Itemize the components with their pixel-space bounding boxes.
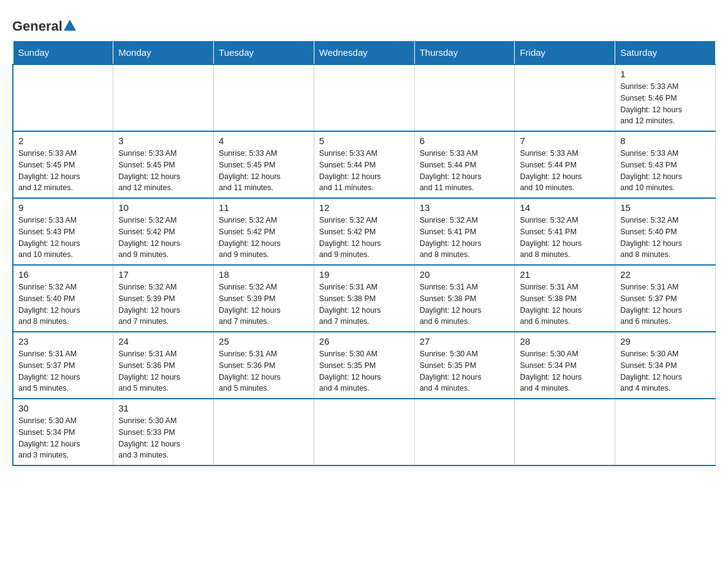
logo-general-text: General — [12, 18, 63, 34]
day-info: Sunrise: 5:30 AM Sunset: 5:35 PM Dayligh… — [420, 348, 510, 394]
day-info: Sunrise: 5:33 AM Sunset: 5:44 PM Dayligh… — [319, 148, 409, 194]
calendar-cell: 9Sunrise: 5:33 AM Sunset: 5:43 PM Daylig… — [13, 198, 113, 265]
calendar-cell: 11Sunrise: 5:32 AM Sunset: 5:42 PM Dayli… — [214, 198, 314, 265]
day-number: 5 — [319, 136, 409, 146]
day-number: 28 — [520, 336, 610, 347]
day-number: 24 — [118, 336, 208, 347]
day-number: 16 — [18, 269, 108, 280]
calendar-week-row: 16Sunrise: 5:32 AM Sunset: 5:40 PM Dayli… — [13, 265, 716, 332]
calendar-cell: 26Sunrise: 5:30 AM Sunset: 5:35 PM Dayli… — [314, 332, 414, 399]
day-info: Sunrise: 5:31 AM Sunset: 5:38 PM Dayligh… — [420, 282, 510, 327]
day-number: 19 — [319, 269, 409, 280]
day-number: 15 — [620, 202, 710, 213]
day-info: Sunrise: 5:33 AM Sunset: 5:45 PM Dayligh… — [18, 148, 108, 194]
day-info: Sunrise: 5:32 AM Sunset: 5:42 PM Dayligh… — [118, 215, 208, 261]
calendar-cell — [214, 399, 314, 465]
calendar-week-row: 1Sunrise: 5:33 AM Sunset: 5:46 PM Daylig… — [13, 64, 716, 131]
calendar-cell: 18Sunrise: 5:32 AM Sunset: 5:39 PM Dayli… — [214, 265, 314, 332]
calendar-header-sunday: Sunday — [13, 41, 113, 65]
calendar-header-saturday: Saturday — [615, 41, 716, 65]
calendar-cell: 30Sunrise: 5:30 AM Sunset: 5:34 PM Dayli… — [13, 399, 113, 465]
day-number: 3 — [118, 136, 208, 146]
logo-triangle-icon — [64, 20, 76, 31]
calendar-header-monday: Monday — [113, 41, 214, 65]
day-number: 6 — [420, 136, 510, 146]
day-info: Sunrise: 5:31 AM Sunset: 5:37 PM Dayligh… — [18, 348, 108, 394]
calendar-cell: 24Sunrise: 5:31 AM Sunset: 5:36 PM Dayli… — [113, 332, 214, 399]
day-info: Sunrise: 5:30 AM Sunset: 5:34 PM Dayligh… — [520, 348, 610, 394]
calendar-table: SundayMondayTuesdayWednesdayThursdayFrid… — [12, 40, 716, 466]
day-info: Sunrise: 5:32 AM Sunset: 5:41 PM Dayligh… — [520, 215, 610, 261]
calendar-header-friday: Friday — [515, 41, 615, 65]
calendar-header-tuesday: Tuesday — [214, 41, 314, 65]
day-info: Sunrise: 5:32 AM Sunset: 5:39 PM Dayligh… — [118, 282, 208, 327]
calendar-cell: 4Sunrise: 5:33 AM Sunset: 5:45 PM Daylig… — [214, 131, 314, 198]
day-number: 22 — [620, 269, 710, 280]
calendar-cell — [615, 399, 716, 465]
day-info: Sunrise: 5:33 AM Sunset: 5:45 PM Dayligh… — [118, 148, 208, 194]
calendar-cell: 7Sunrise: 5:33 AM Sunset: 5:44 PM Daylig… — [515, 131, 615, 198]
day-info: Sunrise: 5:32 AM Sunset: 5:40 PM Dayligh… — [18, 282, 108, 327]
day-info: Sunrise: 5:32 AM Sunset: 5:42 PM Dayligh… — [319, 215, 409, 261]
calendar-cell — [113, 64, 214, 131]
calendar-week-row: 30Sunrise: 5:30 AM Sunset: 5:34 PM Dayli… — [13, 399, 716, 465]
page-header: General — [12, 12, 716, 34]
day-number: 30 — [18, 403, 108, 413]
calendar-cell: 20Sunrise: 5:31 AM Sunset: 5:38 PM Dayli… — [414, 265, 515, 332]
day-number: 7 — [520, 136, 610, 146]
day-info: Sunrise: 5:30 AM Sunset: 5:34 PM Dayligh… — [18, 415, 108, 461]
calendar-cell — [414, 399, 515, 465]
calendar-cell: 28Sunrise: 5:30 AM Sunset: 5:34 PM Dayli… — [515, 332, 615, 399]
calendar-week-row: 23Sunrise: 5:31 AM Sunset: 5:37 PM Dayli… — [13, 332, 716, 399]
logo: General — [12, 18, 76, 34]
day-number: 8 — [620, 136, 710, 146]
day-info: Sunrise: 5:30 AM Sunset: 5:33 PM Dayligh… — [118, 415, 208, 461]
calendar-cell: 21Sunrise: 5:31 AM Sunset: 5:38 PM Dayli… — [515, 265, 615, 332]
calendar-cell — [515, 64, 615, 131]
day-info: Sunrise: 5:33 AM Sunset: 5:44 PM Dayligh… — [520, 148, 610, 194]
calendar-header-wednesday: Wednesday — [314, 41, 414, 65]
day-number: 10 — [118, 202, 208, 213]
calendar-cell: 31Sunrise: 5:30 AM Sunset: 5:33 PM Dayli… — [113, 399, 214, 465]
calendar-cell — [515, 399, 615, 465]
day-number: 31 — [118, 403, 208, 413]
day-number: 1 — [620, 69, 710, 79]
day-number: 17 — [118, 269, 208, 280]
day-number: 29 — [620, 336, 710, 347]
calendar-cell: 16Sunrise: 5:32 AM Sunset: 5:40 PM Dayli… — [13, 265, 113, 332]
calendar-week-row: 9Sunrise: 5:33 AM Sunset: 5:43 PM Daylig… — [13, 198, 716, 265]
calendar-cell: 15Sunrise: 5:32 AM Sunset: 5:40 PM Dayli… — [615, 198, 716, 265]
calendar-cell — [314, 399, 414, 465]
calendar-cell: 25Sunrise: 5:31 AM Sunset: 5:36 PM Dayli… — [214, 332, 314, 399]
day-info: Sunrise: 5:32 AM Sunset: 5:39 PM Dayligh… — [219, 282, 309, 327]
calendar-cell: 10Sunrise: 5:32 AM Sunset: 5:42 PM Dayli… — [113, 198, 214, 265]
day-number: 27 — [420, 336, 510, 347]
day-info: Sunrise: 5:33 AM Sunset: 5:44 PM Dayligh… — [420, 148, 510, 194]
day-number: 13 — [420, 202, 510, 213]
svg-marker-0 — [64, 20, 76, 31]
day-number: 26 — [319, 336, 409, 347]
day-number: 9 — [18, 202, 108, 213]
calendar-header-row: SundayMondayTuesdayWednesdayThursdayFrid… — [13, 41, 716, 65]
calendar-cell: 8Sunrise: 5:33 AM Sunset: 5:43 PM Daylig… — [615, 131, 716, 198]
calendar-cell: 12Sunrise: 5:32 AM Sunset: 5:42 PM Dayli… — [314, 198, 414, 265]
day-number: 12 — [319, 202, 409, 213]
calendar-cell: 27Sunrise: 5:30 AM Sunset: 5:35 PM Dayli… — [414, 332, 515, 399]
calendar-cell: 2Sunrise: 5:33 AM Sunset: 5:45 PM Daylig… — [13, 131, 113, 198]
day-info: Sunrise: 5:31 AM Sunset: 5:37 PM Dayligh… — [620, 282, 710, 327]
day-number: 14 — [520, 202, 610, 213]
calendar-cell: 5Sunrise: 5:33 AM Sunset: 5:44 PM Daylig… — [314, 131, 414, 198]
calendar-cell: 1Sunrise: 5:33 AM Sunset: 5:46 PM Daylig… — [615, 64, 716, 131]
day-number: 18 — [219, 269, 309, 280]
day-info: Sunrise: 5:30 AM Sunset: 5:34 PM Dayligh… — [620, 348, 710, 394]
day-number: 21 — [520, 269, 610, 280]
day-info: Sunrise: 5:31 AM Sunset: 5:36 PM Dayligh… — [219, 348, 309, 394]
day-info: Sunrise: 5:31 AM Sunset: 5:38 PM Dayligh… — [319, 282, 409, 327]
calendar-cell: 13Sunrise: 5:32 AM Sunset: 5:41 PM Dayli… — [414, 198, 515, 265]
calendar-cell: 17Sunrise: 5:32 AM Sunset: 5:39 PM Dayli… — [113, 265, 214, 332]
day-info: Sunrise: 5:31 AM Sunset: 5:36 PM Dayligh… — [118, 348, 208, 394]
calendar-cell: 3Sunrise: 5:33 AM Sunset: 5:45 PM Daylig… — [113, 131, 214, 198]
day-number: 20 — [420, 269, 510, 280]
calendar-week-row: 2Sunrise: 5:33 AM Sunset: 5:45 PM Daylig… — [13, 131, 716, 198]
calendar-cell — [13, 64, 113, 131]
